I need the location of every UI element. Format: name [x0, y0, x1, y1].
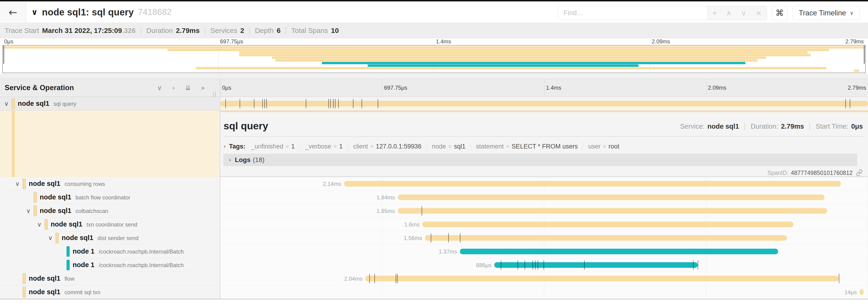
span-service-name: node sql1colbatchscan — [40, 207, 108, 214]
overview-value: 2.79ms — [781, 123, 804, 130]
keyboard-shortcuts-button[interactable]: ⌘ — [772, 6, 787, 20]
span-service-name: node sql1consuming rows — [29, 180, 105, 188]
span-bar-row[interactable]: 1.84ms — [220, 191, 868, 204]
minimap-span-bar — [322, 62, 745, 64]
minimap-span-row — [3, 54, 865, 57]
span-bar[interactable] — [398, 195, 825, 200]
tag-key: client — [353, 143, 368, 150]
span-bar-row[interactable]: 2.04ms — [220, 272, 868, 285]
span-log-tick — [518, 260, 518, 270]
collapse-trace-icon[interactable]: ∨ — [31, 7, 38, 17]
span-log-tick — [330, 99, 331, 108]
collapse-one-icon[interactable]: ∨ — [157, 84, 162, 92]
span-bar[interactable] — [425, 235, 787, 241]
tag-item: client=127.0.0.1:59936 — [353, 143, 422, 150]
expand-all-icon[interactable]: » — [201, 84, 205, 92]
collapse-all-icon[interactable]: ⇊ — [185, 84, 190, 92]
ruler-tick-label: 697.75μs — [220, 38, 243, 45]
find-clear-icon[interactable]: × — [756, 9, 762, 17]
span-bar-row[interactable]: 1.6ms — [220, 217, 868, 231]
tag-value: sql1 — [454, 143, 466, 150]
span-log-tick — [374, 274, 375, 283]
span-tree-row[interactable]: node 1/cockroach.roachpb.Internal/Batch — [0, 245, 220, 258]
span-detail-accent-bar — [220, 110, 868, 112]
tag-item: _verbose=1 — [305, 143, 343, 150]
summary-value-suffix: .326 — [122, 27, 135, 35]
span-tree-row[interactable]: node 1/cockroach.roachpb.Internal/Batch — [0, 258, 220, 272]
collapse-controls: ∨ › ⇊ » — [157, 84, 205, 92]
span-operation-name: consuming rows — [64, 181, 105, 187]
span-collapse-icon[interactable]: ∨ — [15, 180, 20, 187]
column-resize-handle[interactable]: || — [213, 91, 217, 97]
minimap-span-row — [3, 70, 865, 72]
span-bar-row[interactable]: 1.56ms — [220, 231, 868, 245]
span-log-tick — [525, 260, 525, 270]
locate-icon[interactable]: ⌖ — [713, 9, 717, 17]
summary-divider — [286, 27, 286, 34]
span-bar-row[interactable]: 1.85ms — [220, 204, 868, 217]
span-tree-row[interactable]: ∨node sql1dist sender send — [0, 231, 220, 245]
find-next-icon[interactable]: ∨ — [741, 9, 746, 17]
span-bar-row[interactable]: 886μs — [220, 258, 868, 272]
span-bar-row[interactable] — [220, 97, 868, 110]
trace-view-selector[interactable]: Trace Timeline ∨ — [793, 6, 860, 20]
span-tree-row[interactable]: ∨node sql1txn coordinator send — [0, 217, 220, 231]
span-bar[interactable] — [422, 222, 794, 227]
span-bar-row[interactable]: 14μs — [220, 285, 868, 299]
span-bar[interactable] — [220, 101, 868, 106]
span-tree-row[interactable]: ∨node sql1colbatchscan — [0, 204, 220, 217]
command-icon: ⌘ — [775, 8, 784, 18]
span-tree-row[interactable]: node sql1batch flow coordinator — [0, 191, 220, 204]
minimap-scrubber-left[interactable] — [3, 45, 4, 64]
minimap-rows — [3, 46, 865, 72]
span-bar-row[interactable]: 2.14ms — [220, 177, 868, 191]
span-log-tick — [338, 99, 339, 108]
span-duration-label: 2.04ms — [344, 275, 365, 282]
span-bar[interactable] — [860, 289, 864, 295]
find-input[interactable] — [558, 6, 708, 20]
summary-value: 10 — [331, 27, 339, 35]
span-bar[interactable] — [365, 276, 839, 281]
span-log-tick — [265, 99, 265, 108]
span-collapse-icon[interactable]: ∨ — [48, 234, 53, 241]
copy-link-icon[interactable] — [856, 169, 863, 176]
span-tree-row[interactable]: node sql1commit sql txn — [0, 285, 220, 299]
minimap-span-bar — [196, 67, 827, 69]
span-collapse-icon[interactable]: ∨ — [26, 207, 31, 214]
logs-accordion[interactable]: › Logs (18) — [223, 154, 857, 166]
detail-divider — [223, 136, 863, 137]
tag-equals: = — [286, 143, 289, 150]
span-log-tick — [850, 99, 850, 108]
spanid-label: SpanID: — [767, 170, 788, 176]
minimap-scrubber-right[interactable] — [864, 45, 865, 64]
span-log-tick — [544, 260, 544, 270]
tag-key: _verbose — [305, 143, 331, 150]
tags-accordion[interactable]: › Tags: _unfinished=1_verbose=1client=12… — [223, 141, 619, 151]
expand-one-icon[interactable]: › — [172, 84, 175, 92]
span-collapse-icon[interactable]: ∨ — [37, 221, 41, 228]
span-bar[interactable] — [460, 249, 778, 254]
span-collapse-icon[interactable]: ∨ — [4, 100, 9, 107]
span-bar[interactable] — [398, 208, 827, 214]
ruler-tick-label: 697.75μs — [384, 85, 407, 91]
span-log-tick — [422, 206, 422, 215]
span-operation-name: sql query — [54, 101, 76, 107]
chevron-right-icon: › — [229, 157, 231, 163]
span-duration-label: 1.84ms — [376, 194, 398, 201]
ruler-tick-label: 0μs — [222, 85, 231, 91]
tag-key: node — [432, 143, 446, 150]
back-button[interactable]: ← — [0, 1, 26, 23]
span-tree-row[interactable]: node sql1flow — [0, 272, 220, 285]
span-tree-row[interactable]: ∨node sql1consuming rows — [0, 177, 220, 191]
span-bar-row[interactable]: 1.37ms — [220, 245, 868, 258]
logs-count: (18) — [253, 156, 265, 164]
span-color-swatch — [23, 273, 26, 284]
find-prev-icon[interactable]: ∧ — [726, 9, 732, 17]
span-service-name: node sql1txn coordinator send — [51, 221, 137, 228]
span-detail-title: sql query — [223, 120, 268, 132]
tag-key: statement — [476, 143, 504, 150]
overview-label: Duration: — [751, 123, 778, 130]
span-tree-row[interactable]: ∨node sql1sql query — [0, 97, 220, 110]
trace-minimap[interactable] — [2, 45, 866, 73]
span-bar[interactable] — [344, 181, 841, 187]
